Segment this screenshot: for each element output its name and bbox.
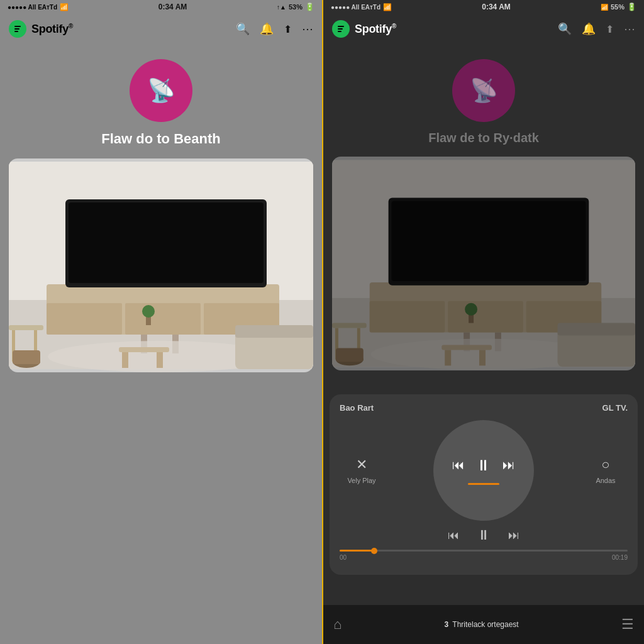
right-search-icon[interactable]: 🔍 <box>558 22 572 36</box>
right-more-icon[interactable]: ⋯ <box>624 22 635 36</box>
vely-play-side: ✕ Vely Play <box>340 457 384 484</box>
left-nav-bar: Spotify® 🔍 🔔 ⬆ ⋯ <box>0 14 322 44</box>
right-share-icon[interactable]: ⬆ <box>606 23 614 35</box>
dial-progress-bar <box>468 483 499 485</box>
right-device-section: 📡 Flaw de to Ry·datk <box>323 44 644 157</box>
dial-row: ✕ Vely Play ⏮ ⏸ ⏭ ○ Andas <box>340 420 628 521</box>
progress-start: 00 <box>340 554 347 561</box>
playback-card: Bao Rart GL TV. ✕ Vely Play ⏮ ⏸ ⏭ ○ <box>330 394 638 575</box>
right-device-title: Flaw de to Ry·datk <box>428 131 539 145</box>
left-device-circle: 📡 <box>130 59 192 122</box>
andas-side: ○ Andas <box>584 457 628 484</box>
andas-label: Andas <box>596 477 615 484</box>
svg-rect-29 <box>448 301 523 333</box>
svg-rect-11 <box>9 325 43 330</box>
svg-rect-22 <box>122 352 128 368</box>
left-status-bar: ●●●●● All EАтTd 📶 0:34 AM ↑▲ 53% 🔋 <box>0 0 322 14</box>
left-battery-icon: 🔋 <box>305 3 314 11</box>
left-signal: ●●●●● All EАтTd <box>8 4 57 11</box>
right-spotify-wordmark: Spotify® <box>355 23 396 36</box>
andas-icon[interactable]: ○ <box>601 457 609 473</box>
left-spotify-icon <box>12 23 23 35</box>
right-battery: 55% <box>611 3 625 11</box>
progress-track[interactable] <box>340 550 628 552</box>
svg-rect-5 <box>125 303 201 335</box>
vely-play-icon[interactable]: ✕ <box>356 457 367 473</box>
svg-rect-44 <box>558 323 635 336</box>
svg-rect-21 <box>119 347 169 352</box>
left-share-icon[interactable]: ⬆ <box>284 23 292 35</box>
svg-point-41 <box>465 303 477 316</box>
svg-rect-8 <box>69 203 264 283</box>
right-wifi2-icon: 📶 <box>601 4 608 11</box>
right-panel: ●●●●● All EАтTd 📶 0:34 AM 📶 55% 🔋 Spotif… <box>322 0 644 644</box>
left-device-section: 📡 Flaw do to Beanth <box>0 44 322 158</box>
sec-forward-button[interactable]: ⏭ <box>508 529 519 542</box>
left-device-title: Flaw do to Beanth <box>101 131 220 147</box>
svg-point-17 <box>142 305 155 318</box>
rewind-button[interactable]: ⏮ <box>452 458 465 472</box>
home-icon[interactable]: ⌂ <box>333 616 341 633</box>
right-signal: ●●●●● All EАтTd <box>331 4 380 11</box>
progress-times: 00 00:19 <box>340 554 628 561</box>
sec-rewind-button[interactable]: ⏮ <box>448 529 459 542</box>
right-room-image <box>332 157 635 370</box>
sec-pause-button[interactable]: ⏸ <box>477 527 491 543</box>
right-time: 0:34 AM <box>482 3 511 11</box>
left-bell-icon[interactable]: 🔔 <box>260 22 274 36</box>
left-spotify-circle <box>9 20 26 38</box>
dial-circle: ⏮ ⏸ ⏭ <box>433 420 534 521</box>
progress-section: 00 00:19 <box>340 550 628 561</box>
right-wifi-icon: 📶 <box>383 3 392 11</box>
right-device-circle: 📡 <box>452 59 515 122</box>
left-spotify-logo: Spotify® <box>9 20 73 38</box>
left-battery: 53% <box>289 3 303 11</box>
left-device-icon: 📡 <box>147 77 175 104</box>
svg-rect-46 <box>445 350 451 365</box>
left-panel: ●●●●● All EАтTd 📶 0:34 AM ↑▲ 53% 🔋 Spoti… <box>0 0 322 644</box>
menu-icon[interactable]: ☰ <box>621 616 634 633</box>
right-room-svg <box>332 157 635 370</box>
svg-rect-4 <box>47 303 122 335</box>
svg-rect-32 <box>392 201 586 280</box>
right-spotify-icon <box>335 23 347 35</box>
svg-rect-35 <box>332 323 367 328</box>
svg-rect-15 <box>13 350 40 364</box>
playback-card-header: Bao Rart GL TV. <box>340 403 628 413</box>
right-battery-icon: 🔋 <box>627 3 636 11</box>
svg-rect-23 <box>157 352 163 368</box>
track-number: 3 <box>445 620 449 629</box>
secondary-controls: ⏮ ⏸ ⏭ <box>340 527 628 543</box>
right-device-icon: 📡 <box>470 77 498 104</box>
progress-fill <box>340 550 374 552</box>
right-status-bar: ●●●●● All EАтTd 📶 0:34 AM 📶 55% 🔋 <box>323 0 644 14</box>
right-nav-bar: Spotify® 🔍 🔔 ⬆ ⋯ <box>323 14 644 44</box>
right-nav-icons: 🔍 🔔 ⬆ ⋯ <box>558 22 635 36</box>
bottom-bar: ⌂ 3 Thritelack ortegaest ☰ <box>323 605 644 644</box>
left-search-icon[interactable]: 🔍 <box>236 22 250 36</box>
left-nav-icons: 🔍 🔔 ⬆ ⋯ <box>236 22 313 36</box>
forward-button[interactable]: ⏭ <box>502 458 515 472</box>
left-wifi-icon: 📶 <box>60 3 69 11</box>
playback-bao-label: Bao Rart <box>340 403 374 413</box>
right-bell-icon[interactable]: 🔔 <box>582 22 596 36</box>
vely-play-label: Vely Play <box>347 477 375 484</box>
svg-rect-45 <box>441 345 492 350</box>
playback-gl-label: GL TV. <box>602 403 628 413</box>
progress-end: 00:19 <box>612 554 628 561</box>
track-label: Thritelack ortegaest <box>452 620 518 629</box>
dial-controls: ⏮ ⏸ ⏭ <box>452 457 515 474</box>
right-spotify-circle <box>332 20 350 38</box>
svg-rect-28 <box>370 301 445 333</box>
svg-rect-20 <box>235 325 313 338</box>
pause-button[interactable]: ⏸ <box>476 457 491 474</box>
left-more-icon[interactable]: ⋯ <box>302 22 313 36</box>
svg-rect-47 <box>479 350 486 365</box>
left-spotify-wordmark: Spotify® <box>31 23 73 36</box>
track-info: 3 Thritelack ortegaest <box>445 620 519 629</box>
left-room-image <box>9 158 313 372</box>
left-location-icon: ↑▲ <box>277 4 286 11</box>
left-room-svg <box>9 158 313 372</box>
progress-dot <box>371 548 377 554</box>
right-spotify-logo: Spotify® <box>332 20 396 38</box>
